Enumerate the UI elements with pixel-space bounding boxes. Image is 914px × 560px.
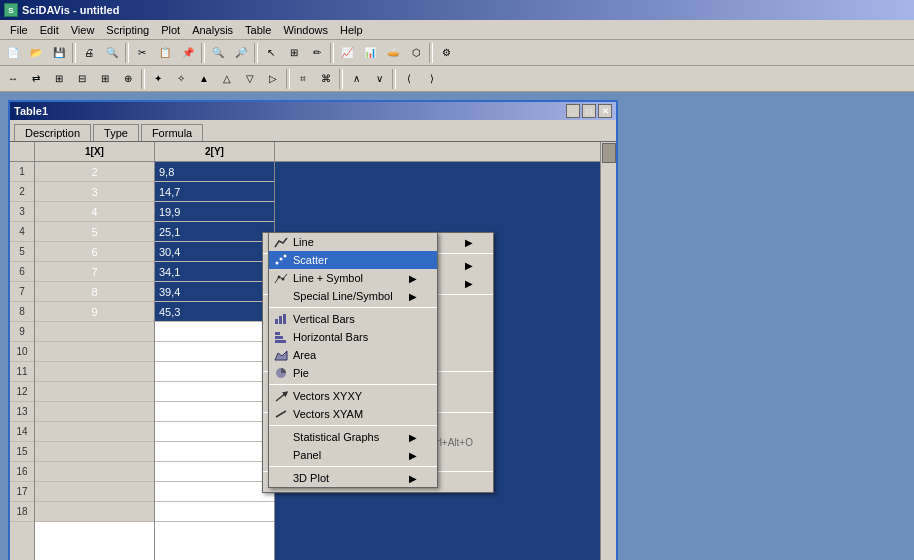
t2-btn6[interactable]: ⊕ — [117, 68, 139, 90]
t2-btn4[interactable]: ⊟ — [71, 68, 93, 90]
cut-btn[interactable]: ✂ — [131, 42, 153, 64]
plot-stat-graphs[interactable]: Statistical Graphs ▶ — [269, 428, 437, 446]
draw-btn[interactable]: ✏ — [306, 42, 328, 64]
menu-help[interactable]: Help — [334, 22, 369, 38]
open-btn[interactable]: 📂 — [25, 42, 47, 64]
tab-formula[interactable]: Formula — [141, 124, 203, 141]
cell-12-1[interactable] — [35, 382, 154, 402]
menu-scripting[interactable]: Scripting — [100, 22, 155, 38]
cell-10-2[interactable] — [155, 342, 274, 362]
cell-16-1[interactable] — [35, 462, 154, 482]
cell-13-1[interactable] — [35, 402, 154, 422]
cell-4-2[interactable]: 25,1 — [155, 222, 274, 242]
cell-18-2[interactable] — [155, 502, 274, 522]
t2-btn12[interactable]: ▷ — [262, 68, 284, 90]
chart-bar-btn[interactable]: 📊 — [359, 42, 381, 64]
menu-edit[interactable]: Edit — [34, 22, 65, 38]
t2-btn2[interactable]: ⇄ — [25, 68, 47, 90]
cell-9-2[interactable] — [155, 322, 274, 342]
t2-btn15[interactable]: ∧ — [345, 68, 367, 90]
cell-5-2[interactable]: 30,4 — [155, 242, 274, 262]
cell-11-1[interactable] — [35, 362, 154, 382]
scrollbar-vertical[interactable] — [600, 142, 616, 560]
menu-analysis[interactable]: Analysis — [186, 22, 239, 38]
save-btn[interactable]: 💾 — [48, 42, 70, 64]
settings-btn[interactable]: ⚙ — [435, 42, 457, 64]
plot-line-symbol[interactable]: Line + Symbol ▶ — [269, 269, 437, 287]
cell-7-1[interactable]: 8 — [35, 282, 154, 302]
t2-btn3[interactable]: ⊞ — [48, 68, 70, 90]
cell-5-1[interactable]: 6 — [35, 242, 154, 262]
t2-btn7[interactable]: ✦ — [147, 68, 169, 90]
zoom-out-btn[interactable]: 🔎 — [230, 42, 252, 64]
cell-17-2[interactable] — [155, 482, 274, 502]
menu-view[interactable]: View — [65, 22, 101, 38]
plot-vbars[interactable]: Vertical Bars — [269, 310, 437, 328]
paste-btn[interactable]: 📌 — [177, 42, 199, 64]
close-btn[interactable]: ✕ — [598, 104, 612, 118]
plot-line[interactable]: Line — [269, 233, 437, 251]
t2-btn17[interactable]: ⟨ — [398, 68, 420, 90]
plot-pie[interactable]: Pie — [269, 364, 437, 382]
plot-area[interactable]: Area — [269, 346, 437, 364]
scrollbar-thumb[interactable] — [602, 143, 616, 163]
t2-btn13[interactable]: ⌗ — [292, 68, 314, 90]
cell-1-2[interactable]: 9,8 — [155, 162, 274, 182]
cell-15-1[interactable] — [35, 442, 154, 462]
cell-16-2[interactable] — [155, 462, 274, 482]
menu-table[interactable]: Table — [239, 22, 277, 38]
restore-btn[interactable]: □ — [582, 104, 596, 118]
zoom-in-btn[interactable]: 🔍 — [207, 42, 229, 64]
cell-11-2[interactable] — [155, 362, 274, 382]
cell-14-2[interactable] — [155, 422, 274, 442]
cell-2-1[interactable]: 3 — [35, 182, 154, 202]
cell-2-2[interactable]: 14,7 — [155, 182, 274, 202]
plot-special-line[interactable]: Special Line/Symbol ▶ — [269, 287, 437, 305]
cell-9-1[interactable] — [35, 322, 154, 342]
menu-file[interactable]: File — [4, 22, 34, 38]
new-btn[interactable]: 📄 — [2, 42, 24, 64]
cell-6-2[interactable]: 34,1 — [155, 262, 274, 282]
cell-1-1[interactable]: 2 — [35, 162, 154, 182]
cell-10-1[interactable] — [35, 342, 154, 362]
cell-15-2[interactable] — [155, 442, 274, 462]
t2-btn18[interactable]: ⟩ — [421, 68, 443, 90]
cell-12-2[interactable] — [155, 382, 274, 402]
t2-btn5[interactable]: ⊞ — [94, 68, 116, 90]
cell-17-1[interactable] — [35, 482, 154, 502]
copy-btn[interactable]: 📋 — [154, 42, 176, 64]
print-btn[interactable]: 🖨 — [78, 42, 100, 64]
cell-8-2[interactable]: 45,3 — [155, 302, 274, 322]
tab-type[interactable]: Type — [93, 124, 139, 141]
cell-13-2[interactable] — [155, 402, 274, 422]
menu-plot[interactable]: Plot — [155, 22, 186, 38]
chart-pie-btn[interactable]: 🥧 — [382, 42, 404, 64]
menu-windows[interactable]: Windows — [277, 22, 334, 38]
plot-vectors-xyxy[interactable]: Vectors XYXY — [269, 387, 437, 405]
cell-4-1[interactable]: 5 — [35, 222, 154, 242]
minimize-btn[interactable]: _ — [566, 104, 580, 118]
chart-line-btn[interactable]: 📈 — [336, 42, 358, 64]
cell-18-1[interactable] — [35, 502, 154, 522]
plot-hbars[interactable]: Horizontal Bars — [269, 328, 437, 346]
t2-btn10[interactable]: △ — [216, 68, 238, 90]
t2-btn8[interactable]: ✧ — [170, 68, 192, 90]
cell-3-2[interactable]: 19,9 — [155, 202, 274, 222]
plot-3d[interactable]: 3D Plot ▶ — [269, 469, 437, 487]
select-btn[interactable]: ⊞ — [283, 42, 305, 64]
plot-panel[interactable]: Panel ▶ — [269, 446, 437, 464]
pointer-btn[interactable]: ↖ — [260, 42, 282, 64]
t2-btn14[interactable]: ⌘ — [315, 68, 337, 90]
cell-14-1[interactable] — [35, 422, 154, 442]
cell-7-2[interactable]: 39,4 — [155, 282, 274, 302]
t2-btn11[interactable]: ▽ — [239, 68, 261, 90]
cell-6-1[interactable]: 7 — [35, 262, 154, 282]
plot-vectors-xyam[interactable]: Vectors XYAM — [269, 405, 437, 423]
print-preview-btn[interactable]: 🔍 — [101, 42, 123, 64]
plot-scatter[interactable]: Scatter — [269, 251, 437, 269]
t2-btn1[interactable]: ↔ — [2, 68, 24, 90]
chart-3d-btn[interactable]: ⬡ — [405, 42, 427, 64]
cell-8-1[interactable]: 9 — [35, 302, 154, 322]
t2-btn9[interactable]: ▲ — [193, 68, 215, 90]
cell-3-1[interactable]: 4 — [35, 202, 154, 222]
